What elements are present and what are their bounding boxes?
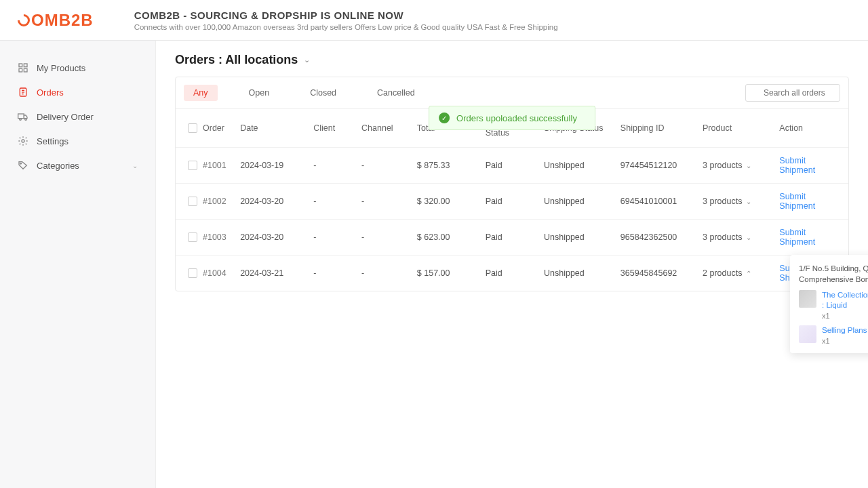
cell-product: 2 products ⌃: [696, 256, 772, 291]
svg-rect-0: [19, 64, 22, 67]
cell-client: -: [307, 256, 355, 291]
cell-client: -: [307, 148, 355, 184]
header-subtitle: Connects with over 100,000 Amazon overse…: [134, 23, 558, 31]
popover-address: 1/F No.5 Building, Qianhaiwan Comprehens…: [799, 263, 868, 285]
cell-order: #1001: [176, 148, 233, 184]
product-thumbnail: [799, 290, 816, 308]
product-expand[interactable]: 3 products ⌄: [703, 232, 751, 242]
cell-action: Submit Shipment: [772, 184, 848, 220]
sidebar-item-my-products[interactable]: My Products: [0, 56, 155, 80]
submit-shipment-link[interactable]: Submit Shipment: [779, 228, 815, 247]
cell-shipping-id: 694541010001: [614, 184, 696, 220]
cell-product: 3 products ⌄: [696, 220, 772, 256]
top-header: OMB2B COMB2B - SOURCING & DROPSHIP IS ON…: [0, 0, 868, 41]
svg-point-12: [20, 163, 22, 165]
cell-payment: Paid: [479, 184, 537, 220]
cell-product: 3 products ⌄: [696, 184, 772, 220]
brand-logo: OMB2B: [18, 11, 94, 30]
submit-shipment-link[interactable]: Submit Shipment: [779, 192, 815, 211]
cell-product: 3 products ⌄: [696, 148, 772, 184]
cell-date: 2024-03-20: [233, 184, 307, 220]
select-all-checkbox[interactable]: [188, 123, 197, 133]
sidebar-item-delivery-order[interactable]: Delivery Order: [0, 104, 155, 129]
sidebar: My Products Orders Delivery Order Settin…: [0, 41, 156, 488]
col-client: Client: [307, 109, 355, 148]
success-toast: ✓ Orders upoloaded successfully: [429, 106, 595, 130]
product-expand[interactable]: 3 products ⌄: [703, 161, 751, 170]
cell-total: $ 320.00: [410, 184, 479, 220]
document-icon: [18, 87, 28, 98]
chevron-down-icon: ⌄: [132, 162, 138, 169]
col-channel: Channel: [355, 109, 410, 148]
cell-order: #1002: [176, 184, 233, 220]
cell-total: $ 157.00: [410, 256, 479, 291]
svg-point-11: [22, 140, 24, 142]
col-product: Product: [696, 109, 772, 148]
product-qty: x1: [822, 337, 868, 345]
header-title: COMB2B - SOURCING & DROPSHIP IS ONLINE N…: [134, 9, 558, 21]
chevron-icon: ⌄: [746, 198, 751, 205]
search-wrap: [745, 84, 840, 102]
product-link[interactable]: The Collection Snowboard : Liquid: [822, 290, 868, 310]
popover-item: Selling Plans Ski Wax x1: [799, 325, 868, 345]
sidebar-item-label: Orders: [37, 87, 64, 98]
cell-shipping: Unshipped: [537, 256, 614, 291]
svg-rect-3: [24, 68, 27, 72]
product-link[interactable]: Selling Plans Ski Wax: [822, 325, 868, 336]
row-checkbox[interactable]: [188, 197, 197, 206]
cell-date: 2024-03-21: [233, 256, 307, 291]
chevron-icon: ⌃: [746, 270, 751, 277]
svg-point-9: [20, 119, 22, 121]
tab-cancelled[interactable]: Cancelled: [368, 85, 425, 101]
cell-client: -: [307, 220, 355, 256]
cell-order: #1003: [176, 220, 233, 256]
submit-shipment-link[interactable]: Submit Shipment: [779, 156, 815, 175]
svg-rect-8: [18, 114, 24, 119]
page-title: Orders : All locations: [175, 53, 298, 67]
check-circle-icon: ✓: [439, 113, 450, 123]
truck-icon: [18, 111, 28, 122]
cell-date: 2024-03-19: [233, 148, 307, 184]
cell-client: -: [307, 184, 355, 220]
row-checkbox[interactable]: [188, 232, 197, 242]
sidebar-item-label: Categories: [37, 161, 79, 171]
cell-shipping-id: 974454512120: [614, 148, 696, 184]
row-checkbox[interactable]: [188, 268, 197, 278]
cell-shipping-id: 965842362500: [614, 220, 696, 256]
cell-channel: -: [355, 220, 410, 256]
sidebar-item-orders[interactable]: Orders: [0, 80, 155, 104]
page-title-row[interactable]: Orders : All locations ⌄: [175, 53, 849, 67]
tab-any[interactable]: Any: [184, 85, 218, 101]
sidebar-item-categories[interactable]: Categories ⌄: [0, 153, 155, 178]
product-thumbnail: [799, 325, 816, 343]
product-expand[interactable]: 2 products ⌃: [703, 268, 751, 278]
sidebar-item-label: Delivery Order: [37, 112, 94, 122]
sidebar-item-settings[interactable]: Settings: [0, 129, 155, 153]
cell-shipping: Unshipped: [537, 184, 614, 220]
col-action: Action: [772, 109, 848, 148]
brand-text: OMB2B: [31, 11, 94, 30]
cell-payment: Paid: [479, 220, 537, 256]
toast-text: Orders upoloaded successfully: [456, 113, 577, 123]
cell-shipping: Unshipped: [537, 148, 614, 184]
cell-date: 2024-03-20: [233, 220, 307, 256]
cell-payment: Paid: [479, 256, 537, 291]
product-popover: 1/F No.5 Building, Qianhaiwan Comprehens…: [790, 255, 868, 353]
tab-open[interactable]: Open: [239, 85, 279, 101]
table-row: #10022024-03-20--$ 320.00PaidUnshipped69…: [176, 184, 848, 220]
chevron-icon: ⌄: [746, 234, 751, 241]
cell-total: $ 623.00: [410, 220, 479, 256]
sidebar-item-label: Settings: [37, 136, 68, 146]
grid-icon: [18, 62, 28, 73]
product-expand[interactable]: 3 products ⌄: [703, 197, 751, 206]
tab-closed[interactable]: Closed: [300, 85, 346, 101]
cell-order: #1004: [176, 256, 233, 291]
sidebar-item-label: My Products: [37, 63, 85, 73]
cell-total: $ 875.33: [410, 148, 479, 184]
svg-rect-2: [19, 68, 22, 72]
cell-shipping-id: 365945845692: [614, 256, 696, 291]
cell-channel: -: [355, 148, 410, 184]
search-input[interactable]: [745, 84, 840, 102]
chevron-down-icon: ⌄: [304, 56, 310, 64]
row-checkbox[interactable]: [188, 161, 197, 170]
